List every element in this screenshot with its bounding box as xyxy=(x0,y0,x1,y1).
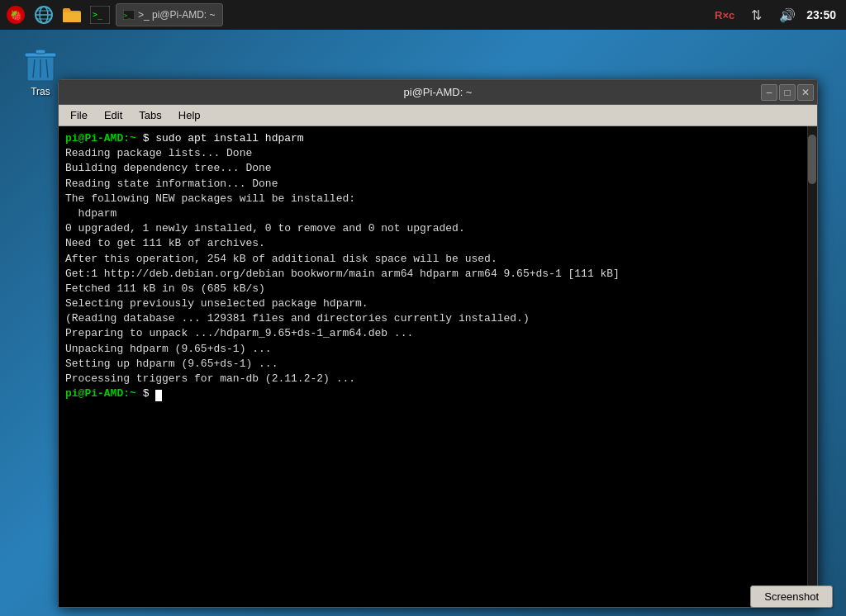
prompt-1: pi@Pi-AMD:~ xyxy=(65,132,136,145)
terminal-scrollbar[interactable] xyxy=(807,126,817,607)
svg-rect-7 xyxy=(63,12,81,22)
browser-button[interactable] xyxy=(31,2,56,27)
svg-text:>_: >_ xyxy=(124,12,131,19)
terminal-body[interactable]: pi@Pi-AMD:~ $ sudo apt install hdparm Re… xyxy=(59,126,817,607)
rxc-label: R×c xyxy=(715,9,734,21)
screenshot-button[interactable]: Screenshot xyxy=(750,585,833,608)
system-clock: 23:50 xyxy=(806,8,836,21)
cmd-2: $ xyxy=(136,387,155,400)
taskbar: 🍓 xyxy=(0,0,846,30)
menu-edit[interactable]: Edit xyxy=(96,107,131,123)
svg-text:>_: >_ xyxy=(93,10,103,20)
window-controls: – □ ✕ xyxy=(761,84,817,101)
terminal-window: pi@Pi-AMD: ~ – □ ✕ File Edit Tabs Help p… xyxy=(58,79,818,608)
network-arrows: ⇅ xyxy=(751,7,762,23)
cmd-1: $ sudo apt install hdparm xyxy=(136,132,304,145)
taskbar-left: 🍓 xyxy=(3,2,712,27)
menu-file[interactable]: File xyxy=(62,107,96,123)
minimize-button[interactable]: – xyxy=(761,84,777,101)
svg-text:🍓: 🍓 xyxy=(10,9,22,21)
terminal-cursor xyxy=(155,390,162,401)
maximize-button[interactable]: □ xyxy=(779,84,796,101)
desktop: 🍓 xyxy=(0,0,846,616)
terminal-title: pi@Pi-AMD: ~ xyxy=(404,86,473,98)
audio-symbol: 🔊 xyxy=(779,7,796,23)
trash-icon-image xyxy=(24,46,57,83)
terminal-taskbar-label: >_ pi@Pi-AMD: ~ xyxy=(138,9,216,21)
terminal-menu-bar: File Edit Tabs Help xyxy=(59,105,817,126)
menu-help[interactable]: Help xyxy=(170,107,209,123)
prompt-2: pi@Pi-AMD:~ xyxy=(65,387,136,400)
network-icon[interactable]: ⇅ xyxy=(744,2,768,27)
terminal-launcher-button[interactable]: >_ xyxy=(88,2,112,27)
svg-rect-14 xyxy=(36,50,45,54)
file-manager-button[interactable] xyxy=(59,2,84,27)
scrollbar-thumb[interactable] xyxy=(808,135,816,184)
raspberry-menu-button[interactable]: 🍓 xyxy=(3,2,28,27)
menu-tabs[interactable]: Tabs xyxy=(131,107,169,123)
audio-icon[interactable]: 🔊 xyxy=(775,2,800,27)
rxc-icon[interactable]: R×c xyxy=(712,2,737,27)
terminal-output: pi@Pi-AMD:~ $ sudo apt install hdparm Re… xyxy=(65,131,810,401)
terminal-title-bar: pi@Pi-AMD: ~ – □ ✕ xyxy=(59,80,817,105)
terminal-taskbar-button[interactable]: >_ >_ pi@Pi-AMD: ~ xyxy=(116,3,223,26)
taskbar-right: R×c ⇅ 🔊 23:50 xyxy=(712,2,843,27)
close-button[interactable]: ✕ xyxy=(797,84,814,101)
trash-label: Tras xyxy=(31,86,50,97)
